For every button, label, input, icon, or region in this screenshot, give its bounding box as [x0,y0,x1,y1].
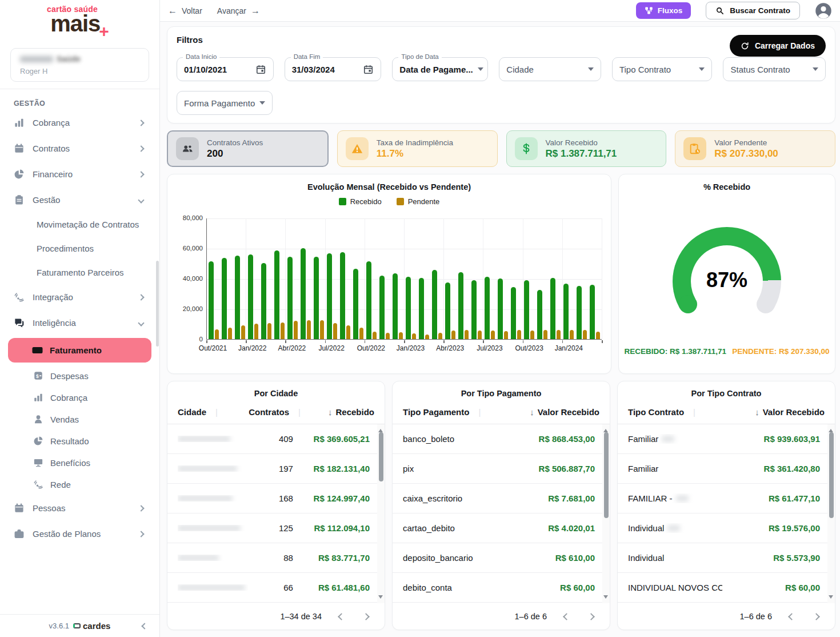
column-header-tipo-pagamento[interactable]: Tipo Pagamento| [403,407,501,417]
sidebar-subitem-faturamento-parceiros[interactable]: Faturamento Parceiros [0,261,159,285]
kpi-valor-recebido[interactable]: Valor RecebidoR$ 1.387.711,71 [506,130,667,167]
forward-button[interactable]: Avançar→ [217,6,260,15]
filter-status-contrato[interactable]: Status Contrato [723,57,826,81]
scrollbar-thumb[interactable] [604,432,609,518]
table-row[interactable]: 168R$ 124.997,40 [167,484,385,513]
filter-tipo-contrato[interactable]: Tipo Contrato [612,57,713,81]
table-row[interactable]: INDIVIDUAL NOVOS COMPLE...R$ 60,00 [618,573,835,603]
sidebar-menu-scroll: GESTÃO CobrançaContratosFinanceiroGestão… [0,89,159,614]
sidebar-item-gest-o[interactable]: Gestão [0,187,159,213]
table-row[interactable]: FAMILIAR -R$ 61.477,10 [618,484,835,513]
buscar-contrato-button[interactable]: Buscar Contrato [706,2,800,19]
column-header-valor-recebido[interactable]: ↓Valor Recebido [726,407,825,417]
sidebar-subitem-vendas[interactable]: Vendas [0,408,159,430]
sidebar-item-financeiro[interactable]: Financeiro [0,161,159,187]
charts-row: Evolução Mensal (Recebido vs Pendente) R… [167,174,835,374]
tables-row: Por CidadeCidade|Contratos|↓Recebido409R… [167,381,835,630]
cell-name-text: debito_conta [403,583,452,592]
pagination-next-icon[interactable] [587,613,595,620]
table-row[interactable]: deposito_bancarioR$ 610,00 [393,543,610,573]
table-row[interactable]: FamiliarR$ 939.603,91 [618,424,835,454]
sidebar-subitem-cobran-a[interactable]: Cobrança [0,387,159,408]
pagination-prev-icon[interactable] [338,613,345,620]
sidebar-scrollbar[interactable] [156,261,159,347]
profile-card[interactable]: Saúde Roger H [10,48,149,82]
bar-group-fev-2024 [575,218,588,339]
scroll-down-icon[interactable] [378,595,383,599]
column-header-valor-recebido[interactable]: ↓Valor Recebido [501,407,599,417]
sidebar-item-contratos[interactable]: Contratos [0,136,159,161]
back-button[interactable]: ←Voltar [168,6,202,15]
filter-cidade[interactable]: Cidade [499,57,601,81]
cell-contratos: 125 [248,523,297,533]
filter-tipo-de-data[interactable]: Tipo de DataData de Pagame... [392,57,488,81]
pagination-next-icon[interactable] [362,613,370,620]
bar-group-jan-2023 [404,218,417,339]
sidebar-subitem-despesas[interactable]: $Despesas [0,365,159,387]
filters-row-2: Forma Pagamento [177,91,826,115]
bar-recebido [485,277,490,339]
column-separator: | [478,407,481,417]
sidebar-item-pessoas[interactable]: Pessoas [0,495,159,521]
table-row[interactable]: IndividualR$ 19.576,00 [618,513,835,543]
table-row[interactable]: cartao_debitoR$ 4.020,01 [393,513,610,543]
column-header-tipo-contrato[interactable]: Tipo Contrato| [628,407,726,417]
bar-pendente [438,333,442,339]
x-axis-tick [562,340,563,343]
filter-label: Data Inicio [183,53,219,60]
table-row[interactable]: pixR$ 506.887,70 [393,454,610,484]
column-header-contratos[interactable]: Contratos| [249,407,301,417]
sidebar-subitem-benef-cios[interactable]: Benefícios [0,452,159,473]
fluxos-button[interactable]: Fluxos [636,2,691,19]
bar-recebido [222,258,227,339]
user-avatar[interactable] [815,2,832,19]
column-header-cidade[interactable]: Cidade| [178,407,249,417]
sidebar-subitem-faturamento[interactable]: 100Faturamento [8,338,151,363]
y-axis-tick-label: 20,000 [178,305,203,312]
table-row[interactable]: 197R$ 182.131,40 [167,454,385,484]
sidebar-subitem-rede[interactable]: Rede [0,473,159,495]
sidebar-item-intelig-ncia[interactable]: Inteligência [0,310,159,336]
table-scrollbar[interactable] [377,424,385,603]
sidebar-item-integra-o[interactable]: Integração [0,284,159,310]
bar-group-set-2022 [351,218,365,339]
sidebar-subitem-resultado[interactable]: Resultado [0,430,159,452]
cell-name: INDIVIDUAL NOVOS COMPLE... [628,583,722,592]
redacted-org-text [20,56,53,62]
column-header-recebido[interactable]: ↓Recebido [301,407,374,417]
sidebar-collapse-icon[interactable] [141,623,147,629]
pagination-prev-icon[interactable] [788,613,795,620]
filter-forma-pagamento[interactable]: Forma Pagamento [177,91,273,115]
table-row[interactable]: debito_contaR$ 60,00 [393,573,610,603]
table-scrollbar[interactable] [602,424,610,603]
table-row[interactable]: 125R$ 112.094,10 [167,513,385,543]
scrollbar-thumb[interactable] [829,432,834,518]
scroll-down-icon[interactable] [829,595,833,599]
filter-data-fim[interactable]: Data Fim31/03/2024 [285,57,382,81]
table-scrollbar[interactable] [827,424,835,603]
scrollbar-thumb[interactable] [379,432,383,481]
table-row[interactable]: FamiliarR$ 361.420,80 [618,454,835,484]
table-row[interactable]: caixa_escritorioR$ 7.681,00 [393,484,610,513]
cell-name: Familiar [628,464,722,473]
kpi-contratos-ativos[interactable]: Contratos Ativos200 [167,130,329,167]
filter-placeholder: Cidade [506,65,534,74]
table-row[interactable]: 66R$ 61.481,60 [167,573,385,603]
sidebar-subitem-procedimentos[interactable]: Procedimentos [0,237,159,261]
sidebar-item-gest-o-de-planos[interactable]: Gestão de Planos [0,521,159,547]
pagination-next-icon[interactable] [813,613,820,620]
table-row[interactable]: banco_boletoR$ 868.453,00 [393,424,610,454]
filter-data-inicio[interactable]: Data Inicio01/10/2021 [177,57,274,81]
sidebar-subitem-label: Vendas [50,415,79,424]
kpi-valor-pendente[interactable]: Valor PendenteR$ 207.330,00 [675,130,835,167]
table-row[interactable]: IndividualR$ 5.573,90 [618,543,835,573]
kpi-taxa-de-inadimpl-ncia[interactable]: Taxa de Inadimplência11.7% [337,130,498,167]
sidebar-subitem-movimeta-o-de-contratos[interactable]: Movimetação de Contratos [0,213,159,237]
table-row[interactable]: 88R$ 83.771,70 [167,543,385,573]
sidebar-item-cobran-a[interactable]: Cobrança [0,110,159,136]
scroll-down-icon[interactable] [603,595,608,599]
table-row[interactable]: 409R$ 369.605,21 [167,424,385,454]
carregar-dados-button[interactable]: Carregar Dados [730,35,826,57]
briefcase-icon [14,528,25,539]
pagination-prev-icon[interactable] [563,613,570,620]
